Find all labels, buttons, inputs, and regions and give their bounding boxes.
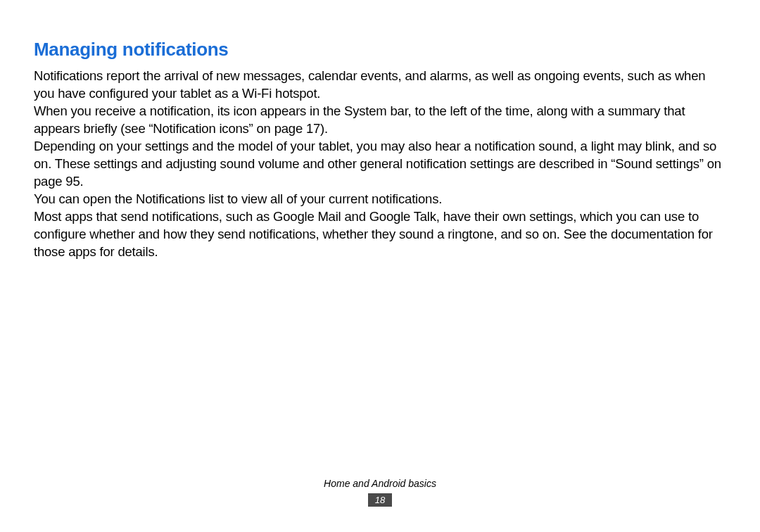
- section-heading: Managing notifications: [34, 39, 726, 61]
- page-number: 18: [368, 493, 392, 507]
- paragraph: Depending on your settings and the model…: [34, 138, 726, 191]
- paragraph: You can open the Notifications list to v…: [34, 191, 726, 208]
- paragraph: When you receive a notification, its ico…: [34, 103, 726, 138]
- paragraph: Most apps that send notifications, such …: [34, 208, 726, 261]
- body-content: Notifications report the arrival of new …: [34, 68, 726, 261]
- footer-section-title: Home and Android basics: [0, 478, 760, 489]
- page-footer: Home and Android basics 18: [0, 478, 760, 507]
- paragraph: Notifications report the arrival of new …: [34, 68, 726, 103]
